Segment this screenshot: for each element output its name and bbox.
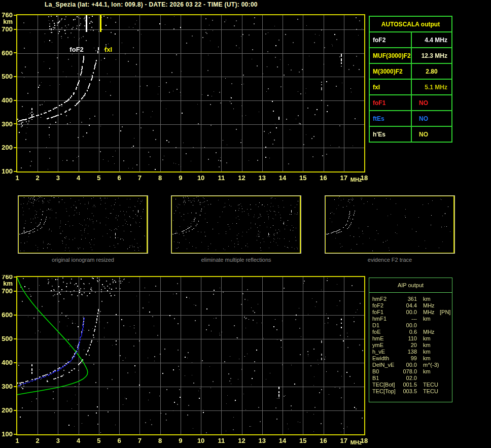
panel-original-canvas: [18, 196, 148, 253]
aip-row-value: 078.0: [401, 368, 417, 375]
aip-row-value: 00.0: [401, 322, 417, 329]
aip-row-label: foE: [372, 329, 401, 335]
aip-row-extra: [440, 375, 452, 382]
autoscala-row: h'EsNO: [370, 127, 451, 142]
aip-row-value: 003.5: [401, 388, 417, 395]
autoscala-row-value: 12.3 MHz: [412, 48, 451, 63]
autoscala-row: foF1NO: [370, 95, 451, 111]
autoscala-table-title: AUTOSCALA output: [370, 17, 451, 32]
aip-row-value: 02.0: [401, 375, 417, 382]
station-title: La_Spezia (lat: +44.1, lon: 009.8) - DAT…: [45, 1, 258, 8]
aip-row-value: 001.5: [401, 382, 417, 388]
aip-row-unit: TECU: [417, 388, 440, 395]
autoscala-row: M(3000)F22.80: [370, 64, 451, 80]
aip-row-unit: km: [417, 296, 440, 302]
aip-row-label: D1: [372, 322, 401, 329]
aip-row-value: 00.0: [401, 309, 417, 316]
aip-row-extra: [440, 368, 452, 375]
aip-row: hmF1---km: [372, 316, 452, 322]
aip-row-extra: [440, 316, 452, 322]
caption-evidence-f2: evidence F2 trace: [325, 257, 455, 264]
panel-eliminate-reflections: [171, 195, 301, 254]
aip-row-unit: km: [417, 316, 440, 322]
aip-row-value: 0.6: [401, 329, 417, 335]
aip-row-extra: [440, 355, 452, 362]
aip-row-value: 138: [401, 349, 417, 355]
aip-row-unit: [417, 322, 440, 329]
aip-row-unit: MHz: [417, 329, 440, 335]
panel-evidence-f2: [325, 195, 455, 254]
aip-row-label: hmF2: [372, 296, 401, 302]
autoscala-row: MUF(3000)F212.3 MHz: [370, 48, 451, 64]
aip-row: hmE110km: [372, 335, 452, 342]
autoscala-row-label: fxI: [370, 80, 412, 94]
aip-row-extra: [440, 362, 452, 368]
restored-ionogram-canvas: [0, 275, 375, 447]
aip-row: h_vE138km: [372, 349, 452, 355]
aip-row-unit: MHz: [417, 309, 440, 316]
aip-row-label: TEC[Bot]: [372, 382, 401, 388]
aip-row-extra: [440, 329, 452, 335]
autoscala-row-value: NO: [412, 95, 451, 110]
autoscala-app: { "title": "La_Spezia (lat: +44.1, lon: …: [0, 0, 491, 448]
aip-table-rows: hmF2361kmfoF204.4MHzfoF100.0MHz[PN]hmF1-…: [369, 293, 452, 395]
aip-row-extra: [440, 382, 452, 388]
autoscala-row-label: foF1: [370, 95, 412, 110]
aip-row-unit: TECU: [417, 382, 440, 388]
aip-row-unit: km: [417, 355, 440, 362]
autoscala-row-label: foF2: [370, 32, 412, 47]
caption-original-ionogram: original ionogram resized: [18, 257, 148, 264]
aip-row-value: 04.4: [401, 302, 417, 309]
aip-row-value: 20: [401, 342, 417, 349]
aip-row-value: 00.0: [401, 362, 417, 368]
aip-row-unit: km: [417, 368, 440, 375]
autoscala-row-value: 5.1 MHz: [412, 80, 451, 94]
aip-row: ymE20km: [372, 342, 452, 349]
aip-row-unit: km: [417, 342, 440, 349]
aip-row-extra: [440, 296, 452, 302]
aip-table-title: AIP output: [369, 278, 452, 293]
panel-original-ionogram: [18, 195, 148, 254]
autoscala-row-value: NO: [412, 127, 451, 142]
aip-row: TEC[Top]003.5TECU: [372, 388, 452, 395]
aip-row: foF204.4MHz: [372, 302, 452, 309]
aip-row-label: foF2: [372, 302, 401, 309]
aip-row-value: 361: [401, 296, 417, 302]
aip-row-unit: m^(-3): [417, 362, 440, 368]
aip-row: B0078.0km: [372, 368, 452, 375]
aip-row-label: hmF1: [372, 316, 401, 322]
aip-row: Ewidth99km: [372, 355, 452, 362]
aip-row-extra: [PN]: [440, 309, 452, 316]
autoscala-row-label: M(3000)F2: [370, 64, 412, 79]
aip-row-label: h_vE: [372, 349, 401, 355]
aip-row-label: ymE: [372, 342, 401, 349]
autoscala-row-value: 4.4 MHz: [412, 32, 451, 47]
aip-row-extra: [440, 302, 452, 309]
aip-row: foE0.6MHz: [372, 329, 452, 335]
aip-row-value: 99: [401, 355, 417, 362]
aip-row-extra: [440, 335, 452, 342]
aip-row-label: Ewidth: [372, 355, 401, 362]
aip-row-unit: MHz: [417, 302, 440, 309]
aip-row-label: TEC[Top]: [372, 388, 401, 395]
aip-row-value: 110: [401, 335, 417, 342]
aip-row: D100.0: [372, 322, 452, 329]
aip-row: foF100.0MHz[PN]: [372, 309, 452, 316]
autoscala-table-rows: foF24.4 MHzMUF(3000)F212.3 MHzM(3000)F22…: [370, 32, 451, 142]
aip-row-label: hmE: [372, 335, 401, 342]
aip-row-extra: [440, 342, 452, 349]
caption-eliminate-reflections: eliminate multiple reflections: [171, 257, 301, 264]
aip-row: TEC[Bot]001.5TECU: [372, 382, 452, 388]
aip-row-unit: km: [417, 349, 440, 355]
aip-row-label: B1: [372, 375, 401, 382]
aip-row: DelN_vE00.0m^(-3): [372, 362, 452, 368]
aip-row-extra: [440, 322, 452, 329]
aip-row-value: ---: [401, 316, 417, 322]
autoscala-row-value: 2.80: [412, 64, 451, 79]
autoscala-row-label: ftEs: [370, 111, 412, 126]
autoscala-row-label: MUF(3000)F2: [370, 48, 412, 63]
aip-row-extra: [440, 388, 452, 395]
aip-row-label: foF1: [372, 309, 401, 316]
aip-row-extra: [440, 349, 452, 355]
aip-row: hmF2361km: [372, 296, 452, 302]
